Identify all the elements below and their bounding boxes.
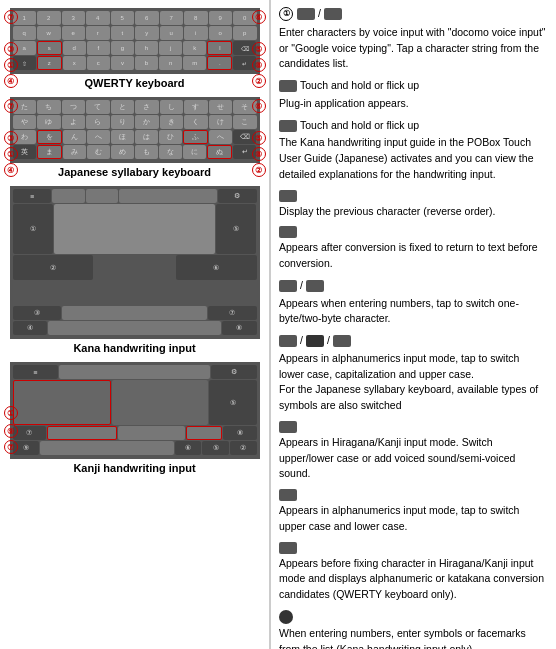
slash-1: / [318,6,321,22]
icon-5a [279,280,297,292]
icon-7 [279,421,297,433]
section-1: ① / Enter characters by voice input with… [279,6,546,72]
ann-kj-9: ⑨ [4,424,18,438]
annotation-1: ① [4,58,18,72]
annotation-5: ⑤ [252,42,266,56]
annotation-4: ④ [4,74,18,88]
icon-5b [306,280,324,292]
item-7: Appears in Hiragana/Kanji input mode. Sw… [279,420,546,482]
circle-1: ① [279,7,293,21]
japanese-section: た ち つ て と さ し す せ そ や ゆ よ [6,97,263,178]
kana-label: Kana handwriting input [73,342,195,354]
ann-jp-4: ④ [4,163,18,177]
annotation-7: ⑦ [4,10,18,24]
slash-2: / [300,278,303,294]
annotation-8: ⑧ [252,58,266,72]
annotation-6: ⑥ [252,10,266,24]
icon-3 [279,190,297,202]
annotation-2: ② [252,74,266,88]
item8-text: Appears in alphanumerics input mode, tap… [279,503,546,535]
touch-label-1: Touch and hold or flick up [300,78,419,94]
left-panel: 1 2 3 4 5 6 7 8 9 0 q w [0,0,270,649]
ann-kj-7: ⑦ [4,440,18,454]
item10-text: When entering numbers, enter symbols or … [279,626,546,649]
item-8: Appears in alphanumerics input mode, tap… [279,488,546,535]
ann-jp-7: ⑦ [4,99,18,113]
ann-jp-5: ⑤ [252,131,266,145]
japanese-keyboard: た ち つ て と さ し す せ そ や ゆ よ [10,97,260,163]
kana-keyboard: ≡ ⚙ ① ⑤ ② ⑥ [10,186,260,339]
icon-voice-2 [324,8,342,20]
icon-8 [279,489,297,501]
kanji-section: ≡ ⚙ ⑤ ⑦ ⑧ [6,362,263,474]
icon-voice-1 [297,8,315,20]
item-6: / / Appears in alphanumerics input mode,… [279,333,546,414]
item7-text: Appears in Hiragana/Kanji input mode. Sw… [279,435,546,482]
item2-text: The Kana handwriting input guide in the … [279,135,546,182]
slash-3: / [300,333,303,349]
item-touch-2: Touch and hold or flick up The Kana hand… [279,118,546,183]
slash-4: / [327,333,330,349]
item3-text: Display the previous character (reverse … [279,204,546,220]
item1-text: Plug-in application appears. [279,96,546,112]
right-panel: ① / Enter characters by voice input with… [271,0,556,649]
icon-touch-1 [279,80,297,92]
qwerty-keyboard: 1 2 3 4 5 6 7 8 9 0 q w [10,8,260,74]
item-touch-1: Touch and hold or flick up Plug-in appli… [279,78,546,112]
icon-9 [279,542,297,554]
icon-6a [279,335,297,347]
qwerty-section: 1 2 3 4 5 6 7 8 9 0 q w [6,8,263,89]
item-9: Appears before fixing character in Hirag… [279,541,546,603]
icon-touch-2 [279,120,297,132]
icon-6c [333,335,351,347]
qwerty-label: QWERTY keyboard [84,77,184,89]
icon-6b [306,335,324,347]
item-3: Display the previous character (reverse … [279,189,546,220]
ann-jp-6: ⑥ [252,99,266,113]
item4-text: Appears after conversion is fixed to ret… [279,240,546,272]
icon-10 [279,610,293,624]
icon-4 [279,226,297,238]
item9-text: Appears before fixing character in Hirag… [279,556,546,603]
annotation-3: ③ [4,42,18,56]
item-5: / Appears when entering numbers, tap to … [279,278,546,327]
item5-text: Appears when entering numbers, tap to sw… [279,296,546,328]
ann-jp-3: ③ [4,131,18,145]
intro-text: Enter characters by voice input with "do… [279,25,546,72]
ann-jp-1: ① [4,147,18,161]
item-4: Appears after conversion is fixed to ret… [279,225,546,272]
ann-jp-2: ② [252,163,266,177]
kanji-label: Kanji handwriting input [73,462,195,474]
japanese-label: Japanese syllabary keyboard [58,166,211,178]
kanji-keyboard: ≡ ⚙ ⑤ ⑦ ⑧ [10,362,260,459]
kana-section: ≡ ⚙ ① ⑤ ② ⑥ [6,186,263,354]
item-10: When entering numbers, enter symbols or … [279,609,546,649]
item6-text: Appears in alphanumerics input mode, tap… [279,351,546,414]
ann-jp-8: ⑧ [252,147,266,161]
touch-label-2: Touch and hold or flick up [300,118,419,134]
ann-kj-1: ① [4,406,18,420]
